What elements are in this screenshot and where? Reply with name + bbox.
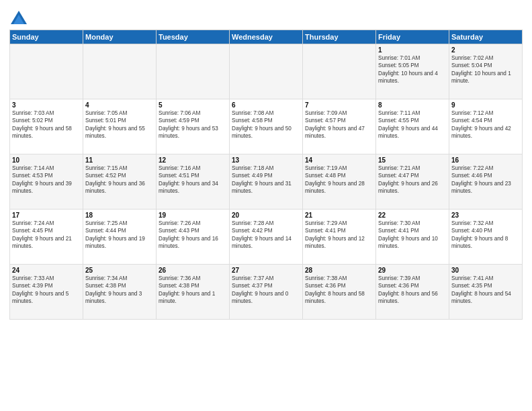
- day-number: 2: [451, 46, 520, 54]
- cell-info: Sunrise: 7:38 AM: [305, 275, 373, 282]
- calendar-cell: 21Sunrise: 7:29 AMSunset: 4:41 PMDayligh…: [303, 210, 376, 265]
- day-number: 8: [378, 101, 447, 109]
- calendar-header: SundayMondayTuesdayWednesdayThursdayFrid…: [10, 30, 523, 44]
- cell-info: Daylight: 9 hours and 28 minutes.: [305, 180, 373, 195]
- cell-info: Daylight: 9 hours and 39 minutes.: [12, 180, 81, 195]
- cell-info: Daylight: 9 hours and 23 minutes.: [451, 180, 520, 195]
- calendar-cell: 1Sunrise: 7:01 AMSunset: 5:05 PMDaylight…: [376, 44, 449, 99]
- day-number: 19: [159, 212, 227, 219]
- cell-info: Sunset: 4:38 PM: [159, 282, 227, 289]
- calendar-cell: 4Sunrise: 7:05 AMSunset: 5:01 PMDaylight…: [83, 99, 157, 154]
- cell-info: Sunrise: 7:28 AM: [232, 220, 300, 227]
- calendar-cell: [83, 44, 157, 99]
- header-day-thursday: Thursday: [303, 30, 376, 44]
- cell-info: Sunrise: 7:01 AM: [378, 54, 447, 62]
- cell-info: Sunset: 4:51 PM: [159, 172, 227, 179]
- day-number: 15: [378, 156, 447, 164]
- cell-info: Sunset: 4:44 PM: [85, 227, 154, 234]
- calendar-cell: 20Sunrise: 7:28 AMSunset: 4:42 PMDayligh…: [230, 210, 303, 265]
- day-number: 1: [378, 46, 447, 54]
- logo-icon: [9, 9, 28, 28]
- day-number: 26: [159, 267, 227, 274]
- cell-info: Daylight: 9 hours and 19 minutes.: [85, 235, 154, 250]
- cell-info: Daylight: 9 hours and 16 minutes.: [159, 235, 227, 250]
- cell-info: Sunset: 5:05 PM: [378, 62, 447, 69]
- cell-info: Sunrise: 7:14 AM: [12, 165, 81, 172]
- cell-info: Daylight: 8 hours and 56 minutes.: [378, 290, 447, 306]
- day-number: 4: [85, 101, 154, 109]
- header-day-saturday: Saturday: [449, 30, 523, 44]
- cell-info: Sunrise: 7:16 AM: [159, 165, 227, 172]
- cell-info: Sunrise: 7:02 AM: [451, 54, 520, 62]
- day-number: 30: [451, 267, 520, 274]
- cell-info: Daylight: 9 hours and 50 minutes.: [232, 125, 300, 140]
- cell-info: Sunrise: 7:36 AM: [159, 275, 227, 282]
- day-number: 28: [305, 267, 373, 274]
- cell-info: Daylight: 9 hours and 0 minutes.: [232, 290, 300, 306]
- cell-info: Sunset: 5:04 PM: [451, 62, 520, 69]
- cell-info: Sunrise: 7:05 AM: [85, 109, 154, 117]
- calendar-cell: 3Sunrise: 7:03 AMSunset: 5:02 PMDaylight…: [10, 99, 83, 154]
- calendar-cell: 17Sunrise: 7:24 AMSunset: 4:45 PMDayligh…: [10, 210, 83, 265]
- calendar-cell: 26Sunrise: 7:36 AMSunset: 4:38 PMDayligh…: [157, 265, 230, 320]
- calendar-cell: 22Sunrise: 7:30 AMSunset: 4:41 PMDayligh…: [376, 210, 449, 265]
- cell-info: Daylight: 9 hours and 53 minutes.: [159, 125, 227, 140]
- cell-info: Sunset: 4:41 PM: [305, 227, 373, 234]
- week-row-4: 17Sunrise: 7:24 AMSunset: 4:45 PMDayligh…: [10, 210, 523, 265]
- week-row-5: 24Sunrise: 7:33 AMSunset: 4:39 PMDayligh…: [10, 265, 523, 320]
- cell-info: Daylight: 9 hours and 14 minutes.: [232, 235, 300, 250]
- cell-info: Sunset: 4:54 PM: [451, 117, 520, 124]
- cell-info: Daylight: 9 hours and 8 minutes.: [451, 235, 520, 250]
- day-number: 21: [305, 212, 373, 219]
- cell-info: Sunset: 4:40 PM: [451, 227, 520, 234]
- cell-info: Daylight: 9 hours and 36 minutes.: [85, 180, 154, 195]
- day-number: 20: [232, 212, 300, 219]
- day-number: 29: [378, 267, 447, 274]
- cell-info: Sunset: 4:37 PM: [232, 282, 300, 289]
- day-number: 22: [378, 212, 447, 219]
- cell-info: Sunset: 5:02 PM: [12, 117, 81, 124]
- cell-info: Daylight: 9 hours and 1 minute.: [159, 290, 227, 306]
- day-number: 5: [159, 101, 227, 109]
- page-container: SundayMondayTuesdayWednesdayThursdayFrid…: [0, 0, 532, 324]
- calendar-cell: 18Sunrise: 7:25 AMSunset: 4:44 PMDayligh…: [83, 210, 157, 265]
- calendar-cell: 28Sunrise: 7:38 AMSunset: 4:36 PMDayligh…: [303, 265, 376, 320]
- cell-info: Daylight: 9 hours and 21 minutes.: [12, 235, 81, 250]
- calendar-cell: 14Sunrise: 7:19 AMSunset: 4:48 PMDayligh…: [303, 154, 376, 210]
- cell-info: Sunrise: 7:25 AM: [85, 220, 154, 227]
- calendar-cell: 11Sunrise: 7:15 AMSunset: 4:52 PMDayligh…: [83, 154, 157, 210]
- cell-info: Daylight: 8 hours and 58 minutes.: [305, 290, 373, 306]
- cell-info: Sunset: 4:55 PM: [378, 117, 447, 124]
- calendar-cell: [157, 44, 230, 99]
- cell-info: Sunrise: 7:41 AM: [451, 275, 520, 282]
- day-number: 14: [305, 156, 373, 164]
- day-number: 6: [232, 101, 300, 109]
- calendar-cell: 24Sunrise: 7:33 AMSunset: 4:39 PMDayligh…: [10, 265, 83, 320]
- cell-info: Daylight: 9 hours and 55 minutes.: [85, 125, 154, 140]
- week-row-2: 3Sunrise: 7:03 AMSunset: 5:02 PMDaylight…: [10, 99, 523, 154]
- cell-info: Sunrise: 7:26 AM: [159, 220, 227, 227]
- calendar-cell: 6Sunrise: 7:08 AMSunset: 4:58 PMDaylight…: [230, 99, 303, 154]
- cell-info: Sunset: 4:36 PM: [305, 282, 373, 289]
- calendar-cell: 30Sunrise: 7:41 AMSunset: 4:35 PMDayligh…: [449, 265, 523, 320]
- cell-info: Sunset: 5:01 PM: [85, 117, 154, 124]
- page-header: [9, 7, 523, 28]
- day-number: 11: [85, 156, 154, 164]
- cell-info: Sunset: 4:43 PM: [159, 227, 227, 234]
- cell-info: Sunrise: 7:15 AM: [85, 165, 154, 172]
- calendar-cell: 10Sunrise: 7:14 AMSunset: 4:53 PMDayligh…: [10, 154, 83, 210]
- cell-info: Sunrise: 7:30 AM: [378, 220, 447, 227]
- day-number: 12: [159, 156, 227, 164]
- cell-info: Daylight: 9 hours and 47 minutes.: [305, 125, 373, 140]
- cell-info: Daylight: 9 hours and 42 minutes.: [451, 125, 520, 140]
- cell-info: Sunrise: 7:33 AM: [12, 275, 81, 282]
- cell-info: Daylight: 9 hours and 58 minutes.: [12, 125, 81, 140]
- cell-info: Daylight: 9 hours and 26 minutes.: [378, 180, 447, 195]
- cell-info: Sunrise: 7:22 AM: [451, 165, 520, 172]
- calendar-cell: [303, 44, 376, 99]
- cell-info: Sunset: 4:53 PM: [12, 172, 81, 179]
- calendar-cell: 12Sunrise: 7:16 AMSunset: 4:51 PMDayligh…: [157, 154, 230, 210]
- cell-info: Sunrise: 7:11 AM: [378, 109, 447, 117]
- day-number: 9: [451, 101, 520, 109]
- header-day-friday: Friday: [376, 30, 449, 44]
